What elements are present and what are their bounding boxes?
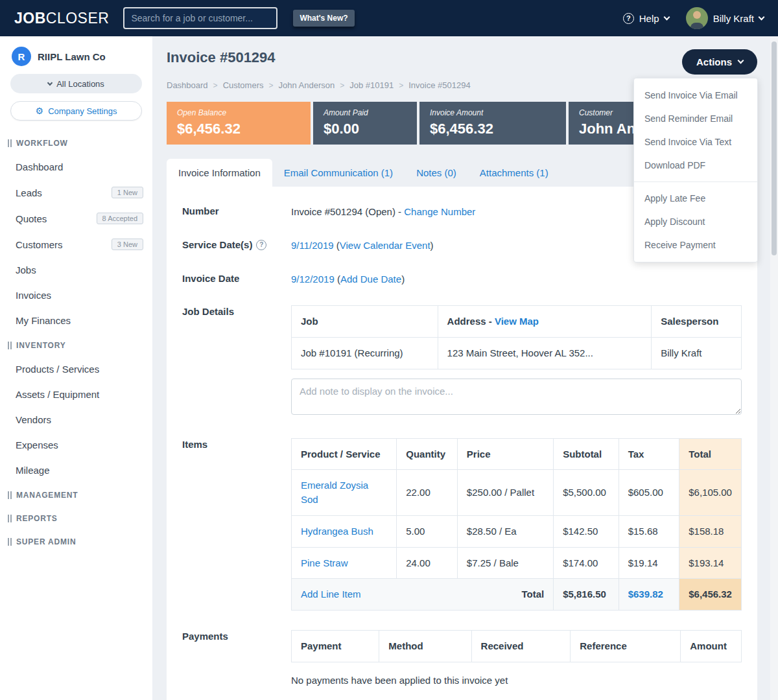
scrollbar-thumb[interactable] — [772, 41, 777, 255]
add-due-date-link[interactable]: Add Due Date — [340, 274, 401, 285]
quantity-header: Quantity — [397, 438, 458, 470]
company-logo: R — [12, 47, 31, 66]
add-line-item-link[interactable]: Add Line Item — [301, 587, 361, 601]
section-header-workflow[interactable]: WORKFLOW — [0, 131, 152, 154]
job-details-label: Job Details — [182, 305, 291, 418]
sidebar-item-leads[interactable]: Leads 1 New — [0, 180, 152, 205]
global-search-input[interactable] — [123, 7, 277, 29]
menu-divider — [634, 181, 757, 182]
chevron-down-icon — [738, 58, 744, 64]
change-number-link[interactable]: Change Number — [404, 206, 475, 217]
stat-value: $6,456.32 — [177, 121, 300, 137]
user-name: Billy Kraft — [713, 13, 754, 24]
company-settings-button[interactable]: ⚙ Company Settings — [10, 101, 142, 121]
sidebar-item-quotes[interactable]: Quotes 8 Accepted — [0, 205, 152, 231]
breadcrumb-customers[interactable]: Customers — [223, 80, 264, 90]
quantity-cell: 22.00 — [397, 470, 458, 516]
menu-item-download-pdf[interactable]: Download PDF — [634, 154, 757, 177]
sidebar-item-products-services[interactable]: Products / Services — [0, 356, 152, 382]
company-settings-label: Company Settings — [48, 106, 117, 116]
sidebar-item-label: Leads — [16, 187, 42, 198]
quotes-badge: 8 Accepted — [97, 213, 143, 224]
all-locations-label: All Locations — [56, 79, 104, 89]
breadcrumb-dashboard[interactable]: Dashboard — [167, 80, 208, 90]
product-link[interactable]: Pine Straw — [301, 557, 348, 568]
sidebar-item-customers[interactable]: Customers 3 New — [0, 231, 152, 257]
tab-notes[interactable]: Notes (0) — [405, 159, 468, 187]
product-link[interactable]: Emerald Zoysia Sod — [301, 480, 368, 505]
view-map-link[interactable]: View Map — [495, 316, 539, 327]
sidebar-item-vendors[interactable]: Vendors — [0, 407, 152, 432]
section-bars-icon — [8, 538, 9, 546]
invoice-information-panel: Number Invoice #501294 (Open) - Change N… — [167, 187, 757, 700]
items-totals-row: Add Line Item Total $5,816.50 $639.82 $6… — [292, 579, 742, 611]
help-label: Help — [639, 13, 659, 24]
view-calendar-event-link[interactable]: View Calendar Event — [340, 240, 430, 251]
section-header-super-admin[interactable]: SUPER ADMIN — [0, 530, 152, 553]
top-navbar: JOBCLOSER What's New? ? Help Billy Kraft — [0, 0, 778, 36]
payments-table: Payment Method Received Reference Amount — [291, 630, 742, 662]
user-menu[interactable]: Billy Kraft — [686, 7, 764, 29]
amount-header: Amount — [681, 631, 742, 662]
invoice-date-value: 9/12/2019 (Add Due Date) — [291, 272, 742, 286]
all-locations-dropdown[interactable]: All Locations — [10, 74, 142, 93]
breadcrumb-job[interactable]: Job #10191 — [349, 80, 394, 90]
payments-content: Payment Method Received Reference Amount… — [291, 630, 742, 700]
avatar-head — [693, 11, 701, 19]
whats-new-button[interactable]: What's New? — [293, 10, 354, 27]
section-header-inventory[interactable]: INVENTORY — [0, 333, 152, 356]
sidebar-item-invoices[interactable]: Invoices — [0, 283, 152, 308]
sidebar-item-label: Customers — [16, 239, 63, 250]
info-icon[interactable]: ? — [256, 240, 266, 250]
tax-cell: $15.68 — [619, 515, 679, 547]
stat-label: Invoice Amount — [430, 108, 556, 117]
breadcrumb-invoice[interactable]: Invoice #501294 — [408, 80, 470, 90]
breadcrumb-john-anderson[interactable]: John Anderson — [279, 80, 335, 90]
menu-item-send-reminder-email[interactable]: Send Reminder Email — [634, 107, 757, 130]
product-cell: Hydrangea Bush — [292, 515, 397, 547]
navbar-right: ? Help Billy Kraft — [623, 7, 764, 29]
section-bars-icon — [8, 139, 9, 147]
items-label: Items — [182, 438, 291, 611]
service-date-link[interactable]: 9/11/2019 — [291, 240, 334, 251]
sidebar-item-assets-equipment[interactable]: Assets / Equipment — [0, 382, 152, 407]
item-row: Emerald Zoysia Sod 22.00 $250.00 / Palle… — [292, 470, 742, 516]
actions-button[interactable]: Actions — [682, 49, 757, 75]
stat-label: Open Balance — [177, 108, 300, 117]
service-date-label-text: Service Date(s) — [182, 239, 252, 250]
section-header-reports[interactable]: REPORTS — [0, 506, 152, 530]
section-header-management[interactable]: MANAGEMENT — [0, 483, 152, 506]
totals-tax-link[interactable]: $639.82 — [628, 589, 663, 600]
sidebar-item-expenses[interactable]: Expenses — [0, 432, 152, 458]
quantity-cell: 5.00 — [397, 515, 458, 547]
company-row: R RIIPL Lawn Co — [0, 47, 152, 66]
quantity-cell: 24.00 — [397, 547, 458, 579]
sidebar: R RIIPL Lawn Co All Locations ⚙ Company … — [0, 36, 152, 700]
sidebar-item-mileage[interactable]: Mileage — [0, 458, 152, 483]
invoice-note-input[interactable] — [291, 379, 742, 415]
product-cell: Pine Straw — [292, 547, 397, 579]
product-link[interactable]: Hydrangea Bush — [301, 526, 373, 537]
menu-item-apply-discount[interactable]: Apply Discount — [634, 210, 757, 233]
help-menu[interactable]: ? Help — [623, 13, 669, 24]
tab-attachments[interactable]: Attachments (1) — [468, 159, 560, 187]
tab-invoice-information[interactable]: Invoice Information — [167, 159, 272, 187]
sidebar-item-my-finances[interactable]: My Finances — [0, 308, 152, 333]
invoice-date-link[interactable]: 9/12/2019 — [291, 274, 335, 285]
company-name: RIIPL Lawn Co — [38, 51, 106, 62]
received-header: Received — [471, 631, 571, 662]
help-icon: ? — [623, 13, 634, 24]
chevron-down-icon — [47, 80, 53, 86]
menu-item-send-invoice-email[interactable]: Send Invoice Via Email — [634, 84, 757, 107]
stat-value: $6,456.32 — [430, 121, 556, 137]
logo-text-light: CLOSER — [46, 10, 110, 27]
page-scrollbar — [770, 36, 778, 700]
main-content: Invoice #501294 Actions Dashboard > Cust… — [152, 36, 770, 700]
job-table: Job Address - View Map Salesperson Job #… — [291, 305, 742, 369]
menu-item-send-invoice-text[interactable]: Send Invoice Via Text — [634, 130, 757, 154]
sidebar-item-dashboard[interactable]: Dashboard — [0, 154, 152, 180]
menu-item-receive-payment[interactable]: Receive Payment — [634, 233, 757, 257]
menu-item-apply-late-fee[interactable]: Apply Late Fee — [634, 187, 757, 210]
tab-email-communication[interactable]: Email Communication (1) — [272, 159, 405, 187]
sidebar-item-jobs[interactable]: Jobs — [0, 257, 152, 283]
